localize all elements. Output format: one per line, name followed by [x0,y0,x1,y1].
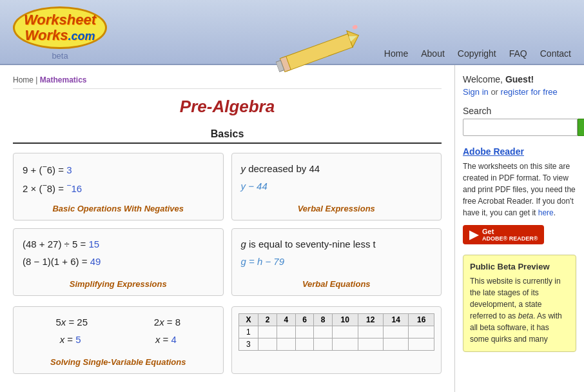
table-cell [258,338,277,351]
table-header-14: 14 [383,314,408,326]
search-button[interactable] [578,119,584,136]
card-verbal-expr-title: Verbal Expressions [241,204,433,213]
table-cell [383,326,408,338]
table-header-row: X 2 4 6 8 10 12 14 16 [238,314,434,326]
search-input[interactable] [463,119,578,136]
table-header-6: 6 [295,314,314,326]
signin-row: Sign in or register for free [463,87,576,97]
adobe-reader-text: The worksheets on this site are created … [463,161,576,219]
table-cell [358,338,383,351]
svg-point-5 [352,24,358,30]
beta-preview-box: Public Beta Preview This website is curr… [463,255,576,352]
nav-contact[interactable]: Contact [540,48,571,59]
table-header-8: 8 [314,314,333,326]
signin-link[interactable]: Sign in [463,87,489,97]
logo-line2: Works.com [24,28,96,43]
card-simplifying[interactable]: (48 + 27) ÷ 5 = 15 (8 − 1)(1 + 6) = 49 S… [13,228,224,296]
search-label: Search [463,106,576,116]
guest-label: Guest! [505,74,534,84]
nav-faq[interactable]: FAQ [509,48,527,59]
solve-row1: 5x = 25 2x = 8 [23,313,214,331]
table-cell [295,326,314,338]
table-cell [277,326,296,338]
nav-copyright[interactable]: Copyright [458,48,496,59]
adobe-here-link[interactable]: here [538,208,554,217]
verbal-line1: y decreased by 44 [241,160,433,177]
adobe-badge[interactable]: ▶ Get ADOBE® READER® [463,225,544,244]
table-cell [295,338,314,351]
beta-label: beta [52,51,68,61]
card-table[interactable]: X 2 4 6 8 10 12 14 16 [231,306,442,374]
table-cell [333,338,358,351]
card-verbal-expr[interactable]: y decreased by 44 y − 44 Verbal Expressi… [231,153,442,220]
welcome-text: Welcome, Guest! [463,74,576,84]
table-cell [314,326,333,338]
simp-eq1: (48 + 27) ÷ 5 = 15 [23,235,214,253]
multiplication-table: X 2 4 6 8 10 12 14 16 [238,313,435,351]
table-header-12: 12 [358,314,383,326]
table-header-4: 4 [277,314,296,326]
worksheet-grid-2: 5x = 25 2x = 8 x = 5 x = 4 Solving Singl… [13,306,442,374]
verbal-answer: y − 44 [241,177,433,195]
table-header-10: 10 [333,314,358,326]
nav-home[interactable]: Home [384,48,408,59]
breadcrumb: Home | Mathematics [13,72,442,89]
table-header-2: 2 [258,314,277,326]
table-header-x: X [238,314,258,326]
table-row: 1 [238,326,434,338]
eq1: 9 + (−6) = 3 [23,160,214,179]
table-cell [358,326,383,338]
worksheet-grid-1: 9 + (−6) = 3 2 × (−8) = −16 Basic Operat… [13,153,442,296]
breadcrumb-separator: | [35,75,37,84]
table-header-16: 16 [409,314,434,326]
card-simplifying-content: (48 + 27) ÷ 5 = 15 (8 − 1)(1 + 6) = 49 [23,235,214,274]
page-title: Pre-Algebra [13,97,442,117]
verbal-eq-line1: g is equal to seventy-nine less t [241,235,433,253]
table-cell [277,338,296,351]
table-cell [409,326,434,338]
breadcrumb-current: Mathematics [40,75,87,84]
card-verbal-eq-title: Verbal Equations [241,279,433,289]
nav-bar: Home About Copyright FAQ Contact [384,48,571,64]
site-logo[interactable]: Worksheet Works.com [13,6,107,49]
adobe-reader-title[interactable]: Adobe Reader [463,146,576,157]
register-link[interactable]: register for free [501,87,558,97]
card-solving-content: 5x = 25 2x = 8 x = 5 x = 4 [23,313,214,352]
solve-row2: x = 5 x = 4 [23,331,214,348]
simp-eq2: (8 − 1)(1 + 6) = 49 [23,253,214,270]
table-cell: 3 [238,338,258,351]
nav-about[interactable]: About [421,48,445,59]
logo-line1: Worksheet [24,12,96,28]
table-cell [333,326,358,338]
card-verbal-eq-content: g is equal to seventy-nine less t g = h … [241,235,433,274]
adobe-badge-text: Get ADOBE® READER® [482,228,538,242]
right-sidebar: Welcome, Guest! Sign in or register for … [455,65,584,392]
breadcrumb-home[interactable]: Home [13,75,34,84]
table-cell [409,338,434,351]
table-cell [258,326,277,338]
card-simplifying-title: Simplifying Expressions [23,279,214,289]
table-cell [314,338,333,351]
card-solving[interactable]: 5x = 25 2x = 8 x = 5 x = 4 Solving Singl… [13,306,224,374]
table-cell: 1 [238,326,258,338]
beta-box-text: This website is currently in the late st… [470,275,569,345]
card-basic-ops[interactable]: 9 + (−6) = 3 2 × (−8) = −16 Basic Operat… [13,153,224,220]
beta-box-title: Public Beta Preview [470,262,569,271]
adobe-icon: ▶ [469,228,478,242]
card-basic-ops-title: Basic Operations With Negatives [23,204,214,213]
section-basics: Basics [13,128,442,144]
card-verbal-expr-content: y decreased by 44 y − 44 [241,160,433,199]
eq2: 2 × (−8) = −16 [23,179,214,197]
table-row: 3 [238,338,434,351]
table-cell [383,338,408,351]
card-basic-ops-content: 9 + (−6) = 3 2 × (−8) = −16 [23,160,214,199]
pencil-decoration [107,38,384,64]
card-solving-title: Solving Single-Variable Equations [23,357,214,367]
verbal-eq-answer: g = h − 79 [241,253,433,270]
search-row [463,119,576,136]
card-verbal-eq[interactable]: g is equal to seventy-nine less t g = h … [231,228,442,296]
